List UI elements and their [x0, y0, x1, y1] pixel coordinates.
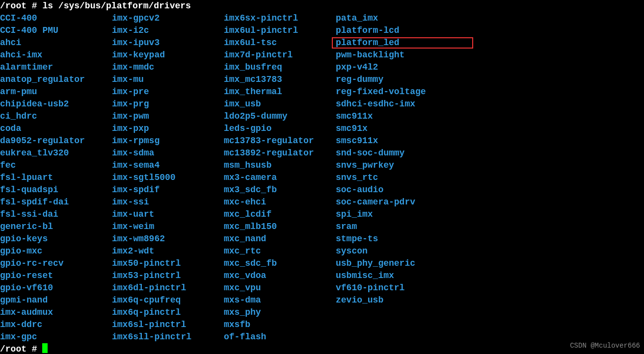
driver-entry: smc911x [336, 110, 493, 123]
driver-entry: imx50-pinctrl [112, 257, 224, 270]
driver-entry: mxc-ehci [224, 196, 336, 208]
shell-prompt: /root # [0, 0, 42, 12]
driver-entry: imx_thermal [224, 86, 336, 98]
driver-entry: mxc_nand [224, 233, 336, 245]
output-column-4: pata_imxplatform-lcdplatform_ledpwm-back… [336, 12, 493, 343]
driver-entry: soc-camera-pdrv [336, 196, 493, 208]
driver-entry: imx_usb [224, 98, 336, 110]
driver-entry: gpio-vf610 [0, 282, 112, 294]
driver-entry: imx-gpc [0, 331, 112, 343]
driver-entry: imx-ipuv3 [112, 37, 224, 49]
driver-entry: imx6sl-pinctrl [112, 319, 224, 331]
driver-entry: imx6ul-tsc [224, 37, 336, 49]
driver-entry: fsl-lpuart [0, 172, 112, 184]
driver-entry: spi_imx [336, 208, 493, 221]
driver-entry: imx-spdif [112, 184, 224, 196]
driver-entry: gpmi-nand [0, 294, 112, 306]
ls-output: CCI-400CCI-400 PMUahciahci-imxalarmtimer… [0, 12, 644, 343]
output-column-3: imx6sx-pinctrlimx6ul-pinctrlimx6ul-tscim… [224, 12, 336, 343]
driver-entry: imx-weim [112, 221, 224, 233]
driver-entry: gpio-rc-recv [0, 257, 112, 270]
driver-entry: zevio_usb [336, 294, 493, 306]
driver-entry: imx6sll-pinctrl [112, 331, 224, 343]
driver-entry: fec [0, 159, 112, 172]
driver-entry: imx_busfreq [224, 61, 336, 74]
driver-entry: gpio-mxc [0, 245, 112, 257]
driver-entry: imx-sgtl5000 [112, 172, 224, 184]
driver-entry: imx-pre [112, 86, 224, 98]
driver-entry: mc13892-regulator [224, 147, 336, 159]
driver-entry: mxsfb [224, 319, 336, 331]
driver-entry: imx-pwm [112, 110, 224, 123]
driver-entry: snvs_rtc [336, 172, 493, 184]
driver-entry: fsl-spdif-dai [0, 196, 112, 208]
driver-entry: leds-gpio [224, 123, 336, 135]
driver-entry: mxc_lcdif [224, 208, 336, 221]
driver-entry: snd-soc-dummy [336, 147, 493, 159]
driver-entry: mxc_rtc [224, 245, 336, 257]
driver-entry: imx-ddrc [0, 319, 112, 331]
driver-entry: ci_hdrc [0, 110, 112, 123]
driver-entry: imx-mmdc [112, 61, 224, 74]
driver-entry: imx6ul-pinctrl [224, 25, 336, 37]
driver-entry: reg-dummy [336, 74, 493, 86]
driver-entry: pwm-backlight [336, 49, 493, 61]
cursor-block [42, 343, 48, 353]
driver-entry: imx53-pinctrl [112, 270, 224, 282]
driver-entry: imx-pxp [112, 123, 224, 135]
driver-entry: mxc_vpu [224, 282, 336, 294]
driver-entry: usb_phy_generic [336, 257, 493, 270]
driver-entry: fsl-ssi-dai [0, 208, 112, 221]
driver-entry: imx-sema4 [112, 159, 224, 172]
driver-entry: imx6q-cpufreq [112, 294, 224, 306]
driver-entry: reg-fixed-voltage [336, 86, 493, 98]
driver-entry: of-flash [224, 331, 336, 343]
driver-entry: anatop_regulator [0, 74, 112, 86]
output-column-2: imx-gpcv2imx-i2cimx-ipuv3imx-keypadimx-m… [112, 12, 224, 343]
driver-entry: platform_led [336, 37, 493, 49]
driver-entry: imx-uart [112, 208, 224, 221]
driver-entry: imx-prg [112, 98, 224, 110]
driver-entry: mx3_sdc_fb [224, 184, 336, 196]
driver-entry: alarmtimer [0, 61, 112, 74]
shell-prompt-2: /root # [0, 343, 42, 354]
driver-entry: gpio-keys [0, 233, 112, 245]
driver-entry: imx7d-pinctrl [224, 49, 336, 61]
driver-entry: imx-keypad [112, 49, 224, 61]
driver-entry: ldo2p5-dummy [224, 110, 336, 123]
command-line-2[interactable]: /root # [0, 343, 644, 354]
driver-entry: sdhci-esdhc-imx [336, 98, 493, 110]
driver-entry: imx_mc13783 [224, 74, 336, 86]
driver-entry: msm_hsusb [224, 159, 336, 172]
driver-entry: pata_imx [336, 12, 493, 25]
driver-entry: sram [336, 221, 493, 233]
driver-entry: fsl-quadspi [0, 184, 112, 196]
driver-entry: arm-pmu [0, 86, 112, 98]
driver-entry: imx-gpcv2 [112, 12, 224, 25]
driver-entry: imx-i2c [112, 25, 224, 37]
driver-entry: chipidea-usb2 [0, 98, 112, 110]
driver-entry: coda [0, 123, 112, 135]
driver-entry: imx-ssi [112, 196, 224, 208]
watermark-text: CSDN @Mculover666 [570, 340, 640, 352]
driver-entry: gpio-reset [0, 270, 112, 282]
driver-entry: imx2-wdt [112, 245, 224, 257]
driver-entry: imx-audmux [0, 306, 112, 319]
output-column-1: CCI-400CCI-400 PMUahciahci-imxalarmtimer… [0, 12, 112, 343]
driver-entry: platform-lcd [336, 25, 493, 37]
driver-entry: CCI-400 [0, 12, 112, 25]
command-line-1: /root # ls /sys/bus/platform/drivers [0, 0, 644, 12]
driver-entry: mxc_vdoa [224, 270, 336, 282]
driver-entry: eukrea_tlv320 [0, 147, 112, 159]
terminal[interactable]: /root # ls /sys/bus/platform/drivers CCI… [0, 0, 644, 354]
driver-entry: vf610-pinctrl [336, 282, 493, 294]
driver-entry: mx3-camera [224, 172, 336, 184]
driver-entry: syscon [336, 245, 493, 257]
driver-entry: smsc911x [336, 135, 493, 147]
driver-entry: mxc_sdc_fb [224, 257, 336, 270]
driver-entry: CCI-400 PMU [0, 25, 112, 37]
driver-entry: mxc_mlb150 [224, 221, 336, 233]
driver-entry: mxs_phy [224, 306, 336, 319]
driver-entry: soc-audio [336, 184, 493, 196]
driver-entry: usbmisc_imx [336, 270, 493, 282]
